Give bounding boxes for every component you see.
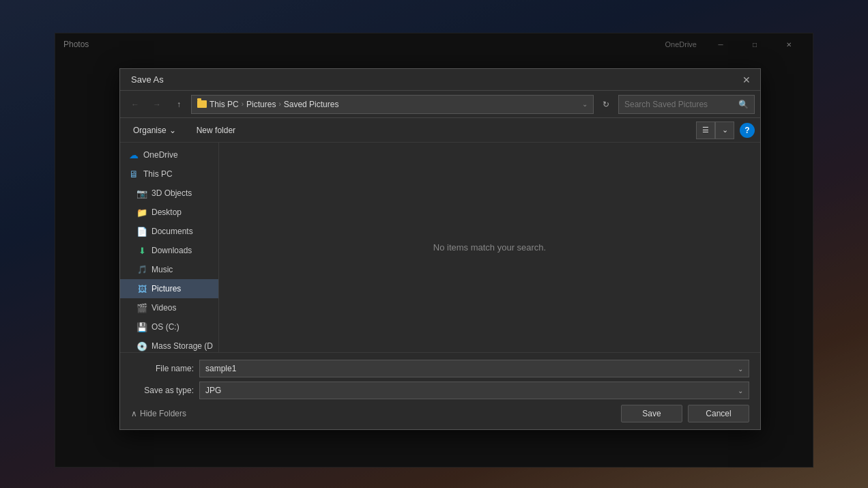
- sidebar-label-onedrive: OneDrive: [143, 150, 178, 160]
- new-folder-button[interactable]: New folder: [189, 121, 243, 139]
- sidebar-item-osc[interactable]: 💾 OS (C:): [120, 317, 218, 336]
- sidebar-label-osc: OS (C:): [151, 322, 179, 332]
- main-content: ☁ OneDrive 🖥 This PC 📷 3D Objects 📁 Desk…: [120, 143, 760, 352]
- desktop: Photos OneDrive ─ □ ✕ Save As ✕ ← → ↑ Th…: [0, 0, 868, 488]
- videos-icon: 🎬: [136, 302, 147, 313]
- back-button[interactable]: ←: [126, 95, 145, 114]
- sidebar-item-pictures[interactable]: 🖼 Pictures: [120, 279, 218, 298]
- filename-input[interactable]: [205, 364, 738, 373]
- view-control: ☰ ⌄: [696, 121, 734, 139]
- downloads-icon: ⬇: [136, 245, 147, 256]
- music-icon: 🎵: [136, 264, 147, 275]
- sidebar-item-desktop[interactable]: 📁 Desktop: [120, 203, 218, 222]
- dialog-close-button[interactable]: ✕: [738, 72, 755, 88]
- pictures-icon: 🖼: [136, 283, 147, 294]
- sidebar-label-3dobjects: 3D Objects: [151, 188, 192, 198]
- sidebar-label-massstorage: Mass Storage (D: [151, 341, 213, 351]
- organise-button[interactable]: Organise ⌄: [126, 121, 184, 139]
- file-area: No items match your search.: [219, 143, 760, 352]
- dialog-titlebar: Save As ✕: [120, 69, 760, 91]
- button-row: ∧ Hide Folders Save Cancel: [131, 405, 749, 422]
- savetype-dropdown-icon[interactable]: ⌄: [738, 387, 743, 394]
- toolbar: Organise ⌄ New folder ☰ ⌄ ?: [120, 118, 760, 143]
- sidebar-label-documents: Documents: [151, 227, 193, 236]
- sidebar-item-thispc[interactable]: 🖥 This PC: [120, 164, 218, 184]
- empty-message: No items match your search.: [433, 242, 546, 253]
- address-bar: ← → ↑ This PC › Pictures › Saved Picture…: [120, 91, 760, 118]
- sidebar-item-massstorage[interactable]: 💿 Mass Storage (D: [120, 336, 218, 352]
- thispc-icon: 🖥: [128, 169, 139, 180]
- sidebar-item-onedrive[interactable]: ☁ OneDrive: [120, 145, 218, 164]
- breadcrumb-thispc: This PC: [209, 100, 239, 109]
- refresh-button[interactable]: ↻: [596, 95, 616, 114]
- search-icon[interactable]: 🔍: [738, 100, 749, 109]
- savetype-value: JPG: [205, 386, 738, 395]
- sidebar-item-music[interactable]: 🎵 Music: [120, 260, 218, 279]
- organise-chevron-icon: ⌄: [169, 126, 176, 135]
- help-button[interactable]: ?: [740, 123, 755, 138]
- cancel-button[interactable]: Cancel: [688, 405, 749, 422]
- breadcrumb-pictures: Pictures: [246, 100, 276, 109]
- sidebar-label-pictures: Pictures: [151, 284, 181, 293]
- sidebar-item-documents[interactable]: 📄 Documents: [120, 222, 218, 241]
- breadcrumb[interactable]: This PC › Pictures › Saved Pictures ⌄: [191, 95, 594, 114]
- search-box: 🔍: [618, 95, 755, 114]
- up-button[interactable]: ↑: [169, 95, 188, 114]
- sidebar-item-3dobjects[interactable]: 📷 3D Objects: [120, 184, 218, 203]
- documents-icon: 📄: [136, 226, 147, 237]
- save-as-dialog: Save As ✕ ← → ↑ This PC › Pictures › Sav…: [119, 68, 761, 430]
- massstorage-icon: 💿: [136, 341, 147, 351]
- sidebar-label-desktop: Desktop: [151, 207, 182, 217]
- savetype-row: Save as type: JPG ⌄: [131, 382, 749, 399]
- dialog-title: Save As: [131, 74, 164, 85]
- filename-dropdown-icon[interactable]: ⌄: [738, 365, 743, 373]
- sidebar: ☁ OneDrive 🖥 This PC 📷 3D Objects 📁 Desk…: [120, 143, 219, 352]
- sidebar-item-downloads[interactable]: ⬇ Downloads: [120, 241, 218, 260]
- savetype-input-wrapper: JPG ⌄: [199, 382, 749, 399]
- folder-icon: [197, 100, 207, 108]
- filename-input-wrapper: ⌄: [199, 360, 749, 377]
- view-dropdown-button[interactable]: ⌄: [715, 121, 734, 139]
- hide-folders-label: Hide Folders: [140, 409, 186, 418]
- sidebar-label-downloads: Downloads: [151, 246, 192, 255]
- hide-folders-button[interactable]: ∧ Hide Folders: [131, 409, 186, 418]
- sidebar-item-videos[interactable]: 🎬 Videos: [120, 298, 218, 317]
- filename-label: File name:: [131, 364, 199, 373]
- action-buttons: Save Cancel: [621, 405, 749, 422]
- onedrive-icon: ☁: [128, 149, 139, 160]
- breadcrumb-dropdown-icon[interactable]: ⌄: [582, 100, 588, 108]
- desktop-icon: 📁: [136, 207, 147, 218]
- sidebar-label-videos: Videos: [151, 303, 176, 313]
- search-input[interactable]: [624, 100, 736, 109]
- savetype-label: Save as type:: [131, 386, 199, 395]
- 3dobjects-icon: 📷: [136, 188, 147, 199]
- hide-folders-chevron-icon: ∧: [131, 409, 137, 418]
- sidebar-label-music: Music: [151, 265, 173, 274]
- bottom-bar: File name: ⌄ Save as type: JPG ⌄ ∧ Hide …: [120, 352, 760, 429]
- breadcrumb-sep1: ›: [242, 100, 244, 108]
- sidebar-label-thispc: This PC: [143, 169, 173, 179]
- breadcrumb-sep2: ›: [278, 100, 280, 108]
- forward-button[interactable]: →: [147, 95, 167, 114]
- filename-row: File name: ⌄: [131, 360, 749, 377]
- view-button[interactable]: ☰: [696, 121, 715, 139]
- save-button[interactable]: Save: [621, 405, 682, 422]
- osc-icon: 💾: [136, 321, 147, 332]
- breadcrumb-saved-pictures: Saved Pictures: [284, 100, 339, 109]
